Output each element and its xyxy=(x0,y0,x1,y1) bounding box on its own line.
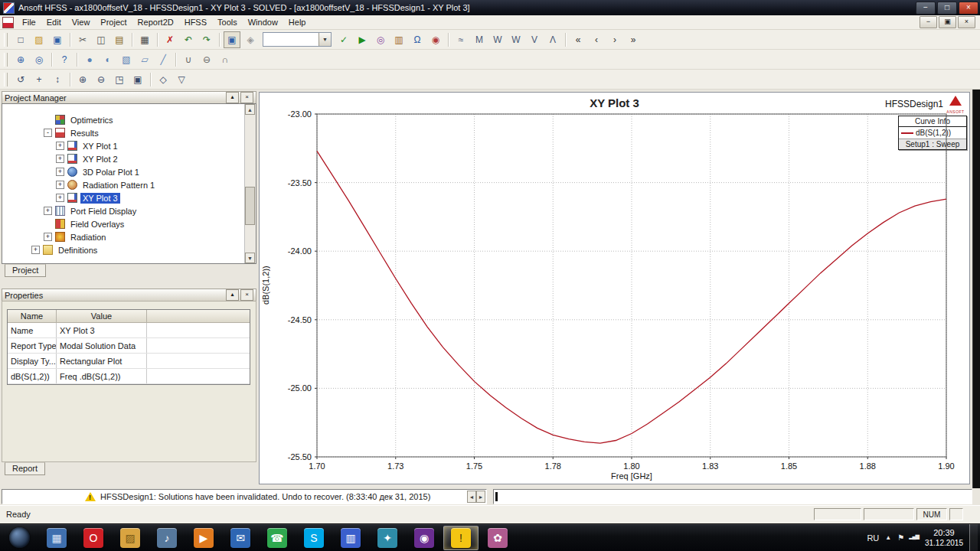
volume-mixer-button[interactable]: ♪ xyxy=(149,526,185,550)
tree-expander-icon[interactable]: - xyxy=(44,129,52,137)
tree-expander-icon[interactable]: + xyxy=(56,168,64,176)
message-manager[interactable]: ! HFSSDesign1: Solutions have been inval… xyxy=(2,489,487,504)
zoom-out-icon[interactable]: ⊖ xyxy=(93,71,109,88)
wave-w2-icon[interactable]: W xyxy=(508,31,524,48)
orient-iso-icon[interactable]: ◇ xyxy=(155,71,172,88)
tree-expander-icon[interactable]: + xyxy=(56,194,64,202)
menu-report2d[interactable]: Report2D xyxy=(132,15,179,29)
toolbar-grip[interactable] xyxy=(4,73,8,86)
wave-peak-icon[interactable]: Λ xyxy=(544,31,561,48)
material-combobox[interactable]: ▼ xyxy=(263,32,332,47)
toolbar-grip[interactable] xyxy=(4,53,8,67)
select-face-icon[interactable]: ◈ xyxy=(242,31,259,48)
panel-close-icon[interactable]: × xyxy=(240,289,253,301)
menu-window[interactable]: Window xyxy=(243,15,283,29)
property-value[interactable]: Rectangular Plot xyxy=(57,354,147,368)
redo-icon[interactable]: ↷ xyxy=(198,31,215,48)
save-icon[interactable]: ▣ xyxy=(49,31,66,48)
message-scroll-left-icon[interactable]: ◄ xyxy=(467,491,476,503)
tree-expander-icon[interactable]: + xyxy=(56,142,64,150)
last-sweep-icon[interactable]: » xyxy=(625,31,642,48)
properties-titlebar[interactable]: Properties ▴ × xyxy=(2,289,256,302)
scrollbar-thumb[interactable] xyxy=(245,187,255,225)
tree-item[interactable]: +Radiation Pattern 1 xyxy=(2,178,256,191)
menu-tools[interactable]: Tools xyxy=(212,15,243,29)
paste-icon[interactable]: ▤ xyxy=(111,31,128,48)
tree-item[interactable]: -Results xyxy=(2,126,256,139)
draw-sphere-icon[interactable]: ● xyxy=(81,51,98,68)
property-value[interactable]: Freq .dB(S(1,2)) xyxy=(57,369,147,383)
panel-close-icon[interactable]: × xyxy=(240,92,253,103)
mdi-close-button[interactable]: × xyxy=(958,16,975,28)
tree-item[interactable]: +XY Plot 3 xyxy=(2,191,256,204)
tab-project[interactable]: Project xyxy=(5,264,46,277)
wave-w1-icon[interactable]: W xyxy=(489,31,506,48)
menu-help[interactable]: Help xyxy=(283,15,312,29)
tree-item[interactable]: +Port Field Display xyxy=(2,204,256,217)
fit-all-icon[interactable]: ▣ xyxy=(129,71,146,88)
tree-expander-icon[interactable]: + xyxy=(31,246,40,254)
close-button[interactable]: × xyxy=(959,2,978,15)
wave-sine-icon[interactable]: ≈ xyxy=(452,31,469,48)
hfss-warning-button[interactable]: ! xyxy=(443,526,479,550)
radiation-icon[interactable]: ◉ xyxy=(427,31,444,48)
new-icon[interactable]: □ xyxy=(12,31,29,48)
draw-box-icon[interactable]: ▧ xyxy=(118,51,135,68)
show-hidden-icons[interactable]: ▲ xyxy=(885,534,891,541)
paint-button[interactable]: ✿ xyxy=(480,526,515,550)
tree-expander-icon[interactable]: + xyxy=(44,233,52,241)
project-manager-titlebar[interactable]: Project Manager ▴ × xyxy=(2,91,256,104)
panel-pin-icon[interactable]: ▴ xyxy=(226,289,239,301)
tree-item[interactable]: +XY Plot 1 xyxy=(2,139,256,152)
backup-button[interactable]: ▥ xyxy=(333,526,368,550)
tree-item[interactable]: Optimetrics xyxy=(2,113,256,126)
tree-item[interactable]: Field Overlays xyxy=(2,217,256,230)
property-value[interactable]: Modal Solution Data xyxy=(57,338,147,353)
mail-button[interactable]: ✉ xyxy=(223,526,258,550)
media-player-button[interactable]: ▶ xyxy=(186,526,221,550)
clock[interactable]: 20:39 31.12.2015 xyxy=(925,527,963,548)
menu-view[interactable]: View xyxy=(67,15,96,29)
tree-expander-icon[interactable]: + xyxy=(44,207,52,215)
combo-dropdown-icon[interactable]: ▼ xyxy=(318,33,331,46)
mdi-minimize-button[interactable]: − xyxy=(920,16,937,28)
prev-sweep-icon[interactable]: ‹ xyxy=(588,31,605,48)
whatsapp-button[interactable]: ☎ xyxy=(260,526,295,550)
tree-expander-icon[interactable]: + xyxy=(56,155,64,163)
boolean-subtract-icon[interactable]: ⊖ xyxy=(198,51,215,68)
scroll-up-icon[interactable]: ▲ xyxy=(245,104,255,115)
property-value[interactable]: XY Plot 3 xyxy=(57,323,147,337)
open-icon[interactable]: ▨ xyxy=(31,31,47,48)
plot-window[interactable]: XY Plot 3 HFSSDesign1 ANSOFT Curve Info … xyxy=(259,92,970,484)
explorer-button[interactable]: ▨ xyxy=(113,526,148,550)
minimize-button[interactable]: − xyxy=(916,2,936,15)
tree-item[interactable]: +Radiation xyxy=(2,230,256,243)
maximize-button[interactable]: □ xyxy=(937,2,957,15)
draw-cylinder-icon[interactable]: ◐ xyxy=(100,51,116,68)
property-row[interactable]: Report TypeModal Solution Data xyxy=(8,338,250,354)
tree-item[interactable]: +3D Polar Plot 1 xyxy=(2,165,256,178)
tree-item[interactable]: +Definitions xyxy=(2,243,256,256)
show-desktop-button[interactable] xyxy=(969,524,978,551)
menu-project[interactable]: Project xyxy=(95,15,132,29)
language-indicator[interactable]: RU xyxy=(867,533,879,543)
undo-icon[interactable]: ↶ xyxy=(180,31,197,48)
validation-check-icon[interactable]: ✓ xyxy=(335,31,352,48)
start-button[interactable] xyxy=(9,527,30,548)
mdi-restore-button[interactable]: ▣ xyxy=(939,16,956,28)
analyze-all-icon[interactable]: ▶ xyxy=(354,31,371,48)
rotate-view-icon[interactable]: ↺ xyxy=(12,71,29,88)
connect-button[interactable]: ✦ xyxy=(370,526,405,550)
first-sweep-icon[interactable]: « xyxy=(570,31,586,48)
copy-icon[interactable]: ◫ xyxy=(93,31,109,48)
panel-pin-icon[interactable]: ▴ xyxy=(226,92,239,103)
network-icon[interactable]: ▂▄▆ xyxy=(909,533,919,542)
ansys-button[interactable]: ◉ xyxy=(407,526,442,550)
tree-item[interactable]: +XY Plot 2 xyxy=(2,152,256,165)
boolean-unite-icon[interactable]: ∪ xyxy=(180,51,197,68)
dynamic-zoom-icon[interactable]: ↕ xyxy=(49,71,66,88)
draw-line-icon[interactable]: ╱ xyxy=(155,51,172,68)
tree-scrollbar[interactable]: ▲ ▼ xyxy=(244,104,256,263)
message-scroll-right-icon[interactable]: ► xyxy=(476,491,485,503)
progress-panel[interactable] xyxy=(493,489,972,504)
